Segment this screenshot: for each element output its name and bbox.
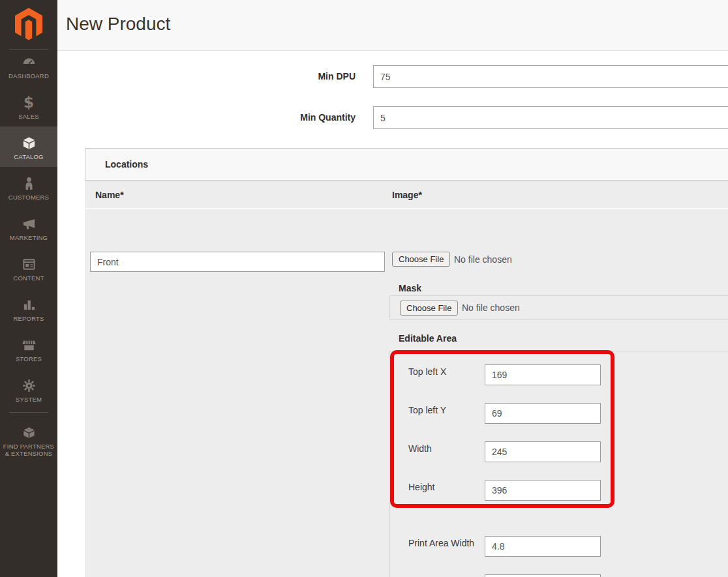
sidebar-item-label: FIND PARTNERS & EXTENSIONS [2,443,55,457]
system-icon [21,377,37,393]
sidebar-item-customers[interactable]: CUSTOMERS [0,167,57,207]
sidebar-item-label: DASHBOARD [2,72,55,80]
sidebar-item-label: CATALOG [2,153,55,160]
name-column-header: Name* [95,190,124,200]
location-name-input[interactable] [90,252,385,272]
mask-label: Mask [399,283,421,293]
mask-fieldset: Choose File No file chosen [389,295,728,320]
min-dpu-label: Min DPU [57,71,356,81]
dashboard-icon [21,54,37,70]
sidebar-divider [9,412,48,413]
mask-choose-file-button[interactable]: Choose File [400,301,458,316]
print-area-width-input[interactable] [485,536,601,557]
image-column-header: Image* [392,190,422,200]
top-left-y-label: Top left Y [408,405,446,415]
sidebar-item-sales[interactable]: $ SALES [0,86,57,126]
sidebar-item-system[interactable]: SYSTEM [0,369,57,409]
marketing-icon [21,216,37,231]
page-header: New Product [57,0,728,51]
editable-area-label: Editable Area [399,333,457,344]
min-quantity-input[interactable] [373,106,728,129]
sidebar-item-label: STORES [2,355,55,362]
print-area-height-input[interactable] [485,574,601,577]
page-title: New Product [66,14,170,35]
extensions-cube-icon [21,424,37,440]
print-area-width-label: Print Area Width [408,538,474,548]
height-input[interactable] [485,480,601,501]
sidebar-item-reports[interactable]: REPORTS [0,288,57,329]
sidebar-item-marketing[interactable]: MARKETING [0,207,57,248]
width-label: Width [408,443,432,454]
magento-admin-page: DASHBOARD $ SALES CATALOG [0,0,728,577]
locations-panel: Locations Name* Image* Choose File No fi… [85,148,728,577]
min-quantity-label: Min Quantity [57,112,356,123]
mask-file-status: No file chosen [462,303,520,313]
sidebar-item-content[interactable]: CONTENT [0,248,57,288]
magento-logo-icon[interactable] [13,8,44,42]
locations-title: Locations [105,159,148,170]
sidebar: DASHBOARD $ SALES CATALOG [0,0,57,577]
customers-icon [21,175,37,191]
sidebar-item-catalog[interactable]: CATALOG [0,126,57,167]
sidebar-item-label: REPORTS [2,315,55,322]
sidebar-item-label: MARKETING [2,234,55,241]
locations-panel-header[interactable]: Locations [85,148,728,181]
catalog-icon [21,135,37,151]
sidebar-item-label: SALES [2,113,55,120]
reports-icon [21,297,37,312]
sidebar-item-dashboard[interactable]: DASHBOARD [0,46,57,86]
sales-icon: $ [21,95,37,110]
sidebar-item-stores[interactable]: STORES [0,329,57,369]
top-left-x-input[interactable] [485,364,601,385]
top-left-x-label: Top left X [408,366,446,377]
sidebar-item-label: CONTENT [2,274,55,282]
content-icon [21,256,37,272]
stores-icon [21,337,37,353]
image-file-status: No file chosen [454,254,512,265]
width-input[interactable] [485,441,601,462]
min-dpu-input[interactable] [373,65,728,88]
height-label: Height [408,482,434,492]
editable-area-fieldset: Top left X Top left Y Width Height Print… [389,351,728,577]
image-choose-file-button[interactable]: Choose File [392,252,450,267]
sidebar-item-find-partners[interactable]: FIND PARTNERS & EXTENSIONS [0,416,57,462]
column-header-separator [85,208,728,209]
sidebar-item-label: SYSTEM [2,396,55,403]
top-left-y-input[interactable] [485,403,601,424]
locations-panel-body: Name* Image* Choose File No file chosen … [85,181,728,577]
sidebar-item-label: CUSTOMERS [2,194,55,201]
